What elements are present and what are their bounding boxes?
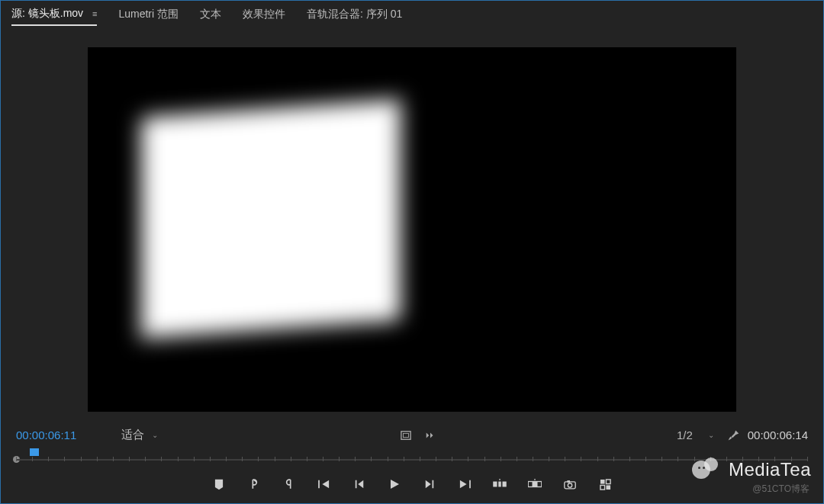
chevron-down-icon: ⌄ xyxy=(152,431,158,439)
chevron-down-icon: ⌄ xyxy=(708,431,714,439)
current-timecode[interactable]: 00:00:06:11 xyxy=(16,429,108,441)
overwrite-button[interactable] xyxy=(528,477,542,491)
playhead[interactable] xyxy=(30,448,40,462)
tab-audio-mixer[interactable]: 音轨混合器: 序列 01 xyxy=(307,8,402,25)
svg-rect-14 xyxy=(600,479,604,483)
svg-rect-2 xyxy=(318,480,320,489)
video-preview-area xyxy=(1,29,823,423)
svg-rect-3 xyxy=(356,480,357,489)
svg-rect-15 xyxy=(606,479,610,483)
transport-controls xyxy=(1,468,823,503)
svg-rect-5 xyxy=(469,480,471,489)
zoom-dropdown[interactable]: 适合 ⌄ xyxy=(115,426,164,444)
svg-rect-17 xyxy=(606,485,610,490)
step-back-button[interactable] xyxy=(352,477,366,491)
svg-rect-7 xyxy=(498,482,501,487)
svg-point-12 xyxy=(568,483,571,486)
tab-lumetri-scopes[interactable]: Lumetri 范围 xyxy=(118,8,179,25)
center-display-icons xyxy=(401,430,436,441)
svg-rect-6 xyxy=(493,482,497,487)
svg-rect-8 xyxy=(503,482,507,487)
mark-in-button[interactable] xyxy=(247,477,261,491)
go-to-out-button[interactable] xyxy=(458,477,472,491)
export-frame-button[interactable] xyxy=(563,477,577,491)
video-canvas[interactable] xyxy=(88,47,736,412)
resolution-dropdown[interactable]: 1/2 ⌄ xyxy=(672,427,719,443)
tab-effect-controls[interactable]: 效果控件 xyxy=(243,8,285,25)
svg-rect-4 xyxy=(433,480,434,489)
svg-rect-16 xyxy=(600,485,604,490)
add-marker-button[interactable] xyxy=(212,477,226,491)
resolution-label: 1/2 xyxy=(677,429,693,441)
tab-source-label: 源: 镜头板.mov xyxy=(11,7,83,19)
panel-tabs: 源: 镜头板.mov ≡ Lumetri 范围 文本 效果控件 音轨混合器: 序… xyxy=(1,1,823,29)
safe-margin-icon[interactable] xyxy=(401,430,411,441)
scrubber-ticks xyxy=(16,457,808,463)
video-content-slate xyxy=(141,99,401,339)
settings-wrench-icon[interactable] xyxy=(726,429,740,442)
tab-source[interactable]: 源: 镜头板.mov ≡ xyxy=(11,7,97,26)
svg-rect-0 xyxy=(401,431,410,439)
zoom-label: 适合 xyxy=(121,428,144,442)
svg-rect-13 xyxy=(567,480,570,483)
play-button[interactable] xyxy=(388,477,401,491)
time-ruler[interactable] xyxy=(16,448,808,468)
total-duration-timecode: 00:00:06:14 xyxy=(748,429,808,441)
insert-button[interactable] xyxy=(493,477,507,491)
info-bar: 00:00:06:11 适合 ⌄ 1/2 ⌄ 00:00:06:14 xyxy=(1,423,823,447)
button-editor-button[interactable] xyxy=(598,477,612,491)
step-forward-button[interactable] xyxy=(423,477,436,491)
source-monitor-panel: 源: 镜头板.mov ≡ Lumetri 范围 文本 效果控件 音轨混合器: 序… xyxy=(0,0,824,504)
drag-video-only-icon[interactable] xyxy=(425,430,436,441)
svg-rect-1 xyxy=(403,433,408,437)
mark-out-button[interactable] xyxy=(282,477,296,491)
go-to-in-button[interactable] xyxy=(317,477,331,491)
tab-text[interactable]: 文本 xyxy=(200,8,221,25)
panel-menu-icon[interactable]: ≡ xyxy=(92,9,97,18)
svg-rect-10 xyxy=(533,482,538,487)
